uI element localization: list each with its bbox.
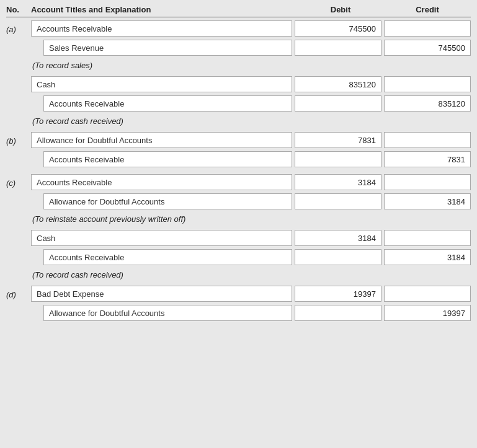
account-title-accounts-receivable-b[interactable]: Accounts Receivable — [43, 151, 292, 167]
note-record-cash-c: (To record cash received) — [31, 270, 123, 279]
note-row: (To record cash received) — [6, 268, 471, 281]
account-title-allowance-c[interactable]: Allowance for Doubtful Accounts — [43, 193, 292, 209]
credit-value-empty-2[interactable] — [384, 76, 471, 92]
entry-row: Cash 835120 — [6, 76, 471, 93]
header-debit: Debit — [297, 5, 384, 14]
credit-value-empty-3[interactable] — [384, 132, 471, 148]
header-no: No. — [6, 5, 31, 14]
entry-row: Accounts Receivable 835120 — [6, 95, 471, 112]
account-title-cash-a[interactable]: Cash — [31, 76, 292, 92]
entry-label-empty-3 — [6, 103, 31, 104]
entry-label-empty-7 — [6, 257, 31, 258]
note-record-cash-a: (To record cash received) — [31, 116, 123, 126]
debit-value-3184-c2[interactable]: 3184 — [295, 230, 381, 246]
account-title-allowance-d[interactable]: Allowance for Doubtful Accounts — [43, 305, 292, 321]
debit-value-empty-1[interactable] — [295, 40, 381, 56]
credit-value-19397[interactable]: 19397 — [384, 305, 471, 321]
debit-value-3184-c1[interactable]: 3184 — [295, 174, 381, 190]
account-title-accounts-receivable-a[interactable]: Accounts Receivable — [31, 20, 292, 37]
credit-value-7831[interactable]: 7831 — [384, 151, 471, 167]
account-title-accounts-receivable-c2[interactable]: Accounts Receivable — [43, 249, 292, 265]
entry-label-empty-4 — [6, 159, 31, 160]
entry-row: Accounts Receivable 3184 — [6, 248, 471, 266]
account-title-sales-revenue[interactable]: Sales Revenue — [43, 40, 292, 56]
credit-value-835120[interactable]: 835120 — [384, 95, 471, 112]
page: No. Account Titles and Explanation Debit… — [0, 0, 477, 448]
credit-value-3184-c2[interactable]: 3184 — [384, 249, 471, 265]
header-credit: Credit — [384, 5, 471, 14]
entry-row: Sales Revenue 745500 — [6, 39, 471, 56]
credit-value-empty-6[interactable] — [384, 286, 471, 302]
note-record-sales: (To record sales) — [31, 61, 92, 70]
account-title-allowance-b[interactable]: Allowance for Doubtful Accounts — [31, 132, 292, 148]
entry-label-empty-6 — [6, 237, 31, 239]
entry-label-empty-1 — [6, 47, 31, 48]
journal-table: No. Account Titles and Explanation Debit… — [0, 0, 477, 336]
entry-row: Allowance for Doubtful Accounts 3184 — [6, 193, 471, 210]
credit-value-empty-5[interactable] — [384, 230, 471, 246]
account-title-accounts-receivable-a2[interactable]: Accounts Receivable — [43, 95, 292, 112]
debit-value-empty-6[interactable] — [295, 305, 381, 321]
debit-value-835120[interactable]: 835120 — [295, 76, 381, 92]
entry-row: (d) Bad Debt Expense 19397 — [6, 285, 471, 302]
entry-label-empty-8 — [6, 312, 31, 314]
header-account: Account Titles and Explanation — [31, 5, 297, 14]
note-reinstate: (To reinstate account previously written… — [31, 214, 185, 224]
credit-value-empty-1[interactable] — [384, 20, 471, 37]
note-row: (To record cash received) — [6, 114, 471, 128]
entry-row: (c) Accounts Receivable 3184 — [6, 173, 471, 191]
account-title-accounts-receivable-c[interactable]: Accounts Receivable — [31, 174, 292, 190]
credit-value-3184-c1[interactable]: 3184 — [384, 193, 471, 209]
entry-label-a: (a) — [6, 24, 31, 34]
entry-label-d: (d) — [6, 289, 31, 299]
debit-value-19397[interactable]: 19397 — [295, 286, 381, 302]
credit-value-745500[interactable]: 745500 — [384, 40, 471, 56]
entry-label-empty-2 — [6, 84, 31, 85]
account-title-bad-debt-expense[interactable]: Bad Debt Expense — [31, 286, 292, 302]
note-row: (To record sales) — [6, 58, 471, 72]
debit-value-empty-5[interactable] — [295, 249, 381, 265]
debit-value-empty-3[interactable] — [295, 151, 381, 167]
debit-value-7831[interactable]: 7831 — [295, 132, 381, 148]
entry-row: (b) Allowance for Doubtful Accounts 7831 — [6, 131, 471, 149]
note-row: (To reinstate account previously written… — [6, 212, 471, 226]
entry-label-empty-5 — [6, 201, 31, 202]
credit-value-empty-4[interactable] — [384, 174, 471, 190]
entry-row: (a) Accounts Receivable 745500 — [6, 20, 471, 37]
debit-value-empty-2[interactable] — [295, 95, 381, 112]
entry-row: Allowance for Doubtful Accounts 19397 — [6, 304, 471, 322]
entry-row: Cash 3184 — [6, 229, 471, 247]
entry-label-c: (c) — [6, 177, 31, 188]
account-title-cash-c[interactable]: Cash — [31, 230, 292, 246]
entry-row: Accounts Receivable 7831 — [6, 151, 471, 168]
table-header: No. Account Titles and Explanation Debit… — [6, 0, 471, 17]
debit-value-empty-4[interactable] — [295, 193, 381, 209]
debit-value-745500[interactable]: 745500 — [295, 20, 381, 37]
entry-label-b: (b) — [6, 135, 31, 146]
